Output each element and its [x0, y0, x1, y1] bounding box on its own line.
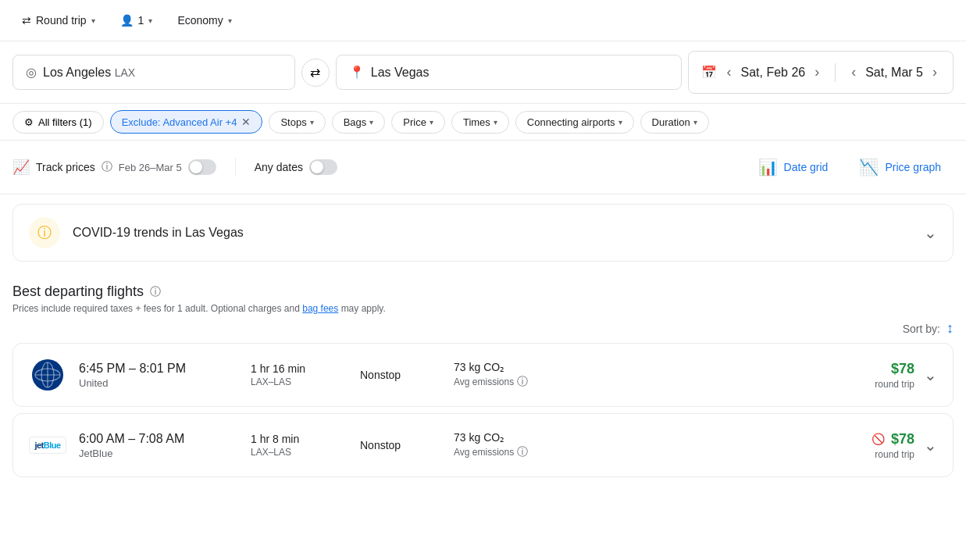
covid-banner[interactable]: ⓘ COVID-19 trends in Las Vegas ⌄	[12, 204, 954, 262]
section-info-icon[interactable]: ⓘ	[150, 285, 161, 299]
times-filter-label: Times	[463, 116, 490, 128]
date-section: 📅 ‹ Sat, Feb 26 › ‹ Sat, Mar 5 ›	[688, 51, 954, 94]
price-label: round trip	[836, 379, 914, 390]
times-filter-button[interactable]: Times ▾	[451, 111, 509, 134]
filter-row: ⚙ All filters (1) Exclude: Advanced Air …	[0, 104, 966, 141]
jetblue-logo-wrap: jetBlue	[29, 437, 66, 454]
any-dates-toggle[interactable]	[309, 159, 337, 175]
track-info-icon[interactable]: ⓘ	[102, 160, 112, 174]
date-grid-label: Date grid	[784, 161, 829, 173]
emissions-info-icon[interactable]: ⓘ	[517, 375, 528, 389]
emissions-label: Avg emissions ⓘ	[454, 445, 836, 459]
bags-chevron: ▾	[369, 118, 373, 127]
covid-info-icon: ⓘ	[37, 223, 52, 242]
sort-row: Sort by: ↕	[0, 320, 966, 343]
depart-next-button[interactable]: ›	[811, 61, 822, 84]
flight-card: jetBlue 6:00 AM – 7:08 AM JetBlue 1 hr 8…	[12, 413, 954, 477]
section-header: Best departing flights ⓘ Prices include …	[0, 271, 966, 320]
flight-times: 6:45 PM – 8:01 PM United	[79, 362, 251, 389]
sort-label: Sort by:	[903, 323, 940, 335]
date-grid-button[interactable]: 📊 Date grid	[746, 152, 841, 183]
covid-title: COVID-19 trends in Las Vegas	[73, 226, 244, 240]
flight-row[interactable]: jetBlue 6:00 AM – 7:08 AM JetBlue 1 hr 8…	[13, 414, 953, 476]
track-prices-row: 📈 Track prices ⓘ Feb 26–Mar 5 Any dates …	[0, 141, 966, 194]
stops-label: Nonstop	[360, 439, 454, 451]
jetblue-logo-text: jetBlue	[34, 441, 60, 450]
trip-type-chevron: ▾	[91, 16, 95, 25]
flight-time-range: 6:00 AM – 7:08 AM	[79, 432, 251, 446]
depart-date[interactable]: Sat, Feb 26	[740, 66, 805, 80]
price-filter-label: Price	[403, 116, 426, 128]
price-graph-button[interactable]: 📉 Price graph	[847, 152, 954, 183]
all-filters-label: All filters (1)	[38, 116, 92, 128]
depart-time: 6:45 PM	[79, 362, 126, 375]
destination-text: Las Vegas	[371, 66, 430, 80]
bags-filter-label: Bags	[344, 116, 367, 128]
track-separator	[235, 158, 236, 177]
united-logo	[32, 359, 63, 391]
cabin-chevron: ▾	[228, 16, 232, 25]
origin-field[interactable]: ◎ Los Angeles LAX	[12, 55, 295, 90]
track-dates-toggle[interactable]	[188, 159, 216, 175]
trip-type-button[interactable]: ⇄ Round trip ▾	[12, 8, 105, 33]
exclude-filter-button[interactable]: Exclude: Advanced Air +4 ✕	[110, 110, 263, 134]
calendar-icon: 📅	[701, 65, 717, 80]
passengers-chevron: ▾	[148, 16, 152, 25]
connecting-airports-label: Connecting airports	[527, 116, 615, 128]
duration-route: LAX–LAS	[251, 447, 360, 458]
track-label: Track prices	[36, 161, 95, 173]
price-label: round trip	[836, 449, 914, 460]
return-next-button[interactable]: ›	[929, 61, 940, 84]
arrive-time: 7:08 AM	[139, 432, 185, 445]
exclude-filter-close[interactable]: ✕	[241, 116, 251, 128]
passengers-button[interactable]: 👤 1 ▾	[111, 8, 162, 33]
no-bag-icon: 🚫	[872, 433, 885, 445]
bags-filter-button[interactable]: Bags ▾	[332, 111, 386, 134]
all-filters-button[interactable]: ⚙ All filters (1)	[12, 111, 104, 134]
filter-icon: ⚙	[24, 116, 34, 128]
any-dates-knob	[311, 161, 323, 173]
swap-button[interactable]: ⇄	[301, 59, 330, 87]
flight-price: $78 round trip	[836, 361, 914, 390]
connecting-airports-filter-button[interactable]: Connecting airports ▾	[515, 111, 634, 134]
connecting-chevron: ▾	[618, 118, 622, 127]
expand-button[interactable]: ⌄	[924, 436, 937, 455]
flight-times: 6:00 AM – 7:08 AM JetBlue	[79, 432, 251, 459]
flight-emissions: 73 kg CO₂ Avg emissions ⓘ	[454, 361, 836, 389]
price-graph-icon: 📉	[859, 158, 879, 177]
emissions-value: 73 kg CO₂	[454, 361, 836, 373]
emissions-value: 73 kg CO₂	[454, 431, 836, 444]
return-prev-button[interactable]: ‹	[848, 61, 859, 84]
flight-row[interactable]: 6:45 PM – 8:01 PM United 1 hr 16 min LAX…	[13, 344, 953, 406]
stops-filter-button[interactable]: Stops ▾	[269, 111, 325, 134]
trip-type-label: Round trip	[36, 14, 87, 27]
arrive-time: 8:01 PM	[139, 362, 186, 375]
return-date[interactable]: Sat, Mar 5	[865, 66, 923, 80]
duration-filter-label: Duration	[652, 116, 690, 128]
expand-button[interactable]: ⌄	[924, 366, 937, 384]
any-dates-group: Any dates	[255, 159, 337, 175]
bag-fees-link[interactable]: bag fees	[302, 303, 338, 314]
stops-filter-label: Stops	[280, 116, 306, 128]
airline-logo	[29, 356, 66, 394]
destination-field[interactable]: 📍 Las Vegas	[336, 55, 683, 90]
duration-filter-button[interactable]: Duration ▾	[640, 111, 709, 134]
price-value: $78	[891, 431, 914, 448]
any-dates-label: Any dates	[255, 161, 303, 173]
flight-card: 6:45 PM – 8:01 PM United 1 hr 16 min LAX…	[12, 343, 954, 407]
cabin-button[interactable]: Economy ▾	[168, 8, 241, 33]
top-bar: ⇄ Round trip ▾ 👤 1 ▾ Economy ▾	[0, 0, 966, 41]
flight-duration: 1 hr 16 min LAX–LAS	[251, 362, 360, 387]
track-icon: 📈	[12, 159, 30, 176]
flight-time-range: 6:45 PM – 8:01 PM	[79, 362, 251, 376]
track-right: 📊 Date grid 📉 Price graph	[746, 152, 954, 183]
depart-prev-button[interactable]: ‹	[723, 61, 734, 84]
track-toggle-knob	[190, 161, 202, 173]
flights-list: 6:45 PM – 8:01 PM United 1 hr 16 min LAX…	[0, 343, 966, 483]
destination-icon: 📍	[349, 65, 365, 80]
sort-icon[interactable]: ↕	[946, 320, 954, 337]
emissions-info-icon[interactable]: ⓘ	[517, 445, 528, 459]
price-filter-button[interactable]: Price ▾	[391, 111, 445, 134]
duration-time: 1 hr 8 min	[251, 433, 360, 445]
covid-expand-icon: ⌄	[924, 223, 937, 242]
